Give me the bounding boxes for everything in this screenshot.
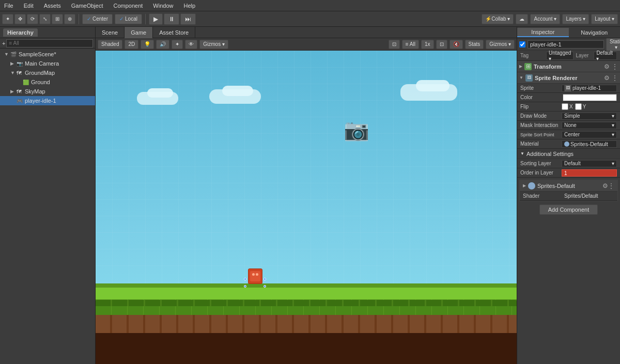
- material-subsection-header[interactable]: ▶ Sprites-Default ⚙ ⋮: [520, 180, 617, 192]
- cloud-1b: [147, 88, 173, 98]
- leaf-arrow: ▶: [17, 80, 23, 85]
- rect-tool[interactable]: ⊞: [52, 14, 63, 24]
- resolution-dropdown[interactable]: ≡ All: [402, 40, 419, 49]
- hierarchy-item-ground[interactable]: ▶ 🟩 Ground: [0, 77, 95, 87]
- play-button[interactable]: ▶: [149, 13, 163, 25]
- hierarchy-search[interactable]: [6, 39, 93, 48]
- menu-file[interactable]: File: [2, 2, 16, 10]
- menu-edit[interactable]: Edit: [22, 2, 36, 10]
- shading-dropdown[interactable]: Shaded: [98, 40, 122, 49]
- multi-tool[interactable]: ⊕: [64, 14, 75, 24]
- layout-button[interactable]: Layout ▾: [591, 14, 618, 24]
- object-active-checkbox[interactable]: [519, 41, 525, 48]
- flip-y-checkbox[interactable]: [575, 103, 582, 110]
- menu-help[interactable]: Help: [181, 2, 197, 10]
- material-sub-more[interactable]: ⋮: [608, 182, 614, 189]
- collapse-arrow: ▶: [10, 61, 17, 66]
- audio-button[interactable]: 🔊: [156, 40, 169, 49]
- tab-scene[interactable]: Scene: [96, 27, 125, 38]
- order-input[interactable]: 1: [562, 169, 617, 177]
- cloud-3b: [416, 80, 450, 91]
- scale-button[interactable]: 1x: [421, 40, 434, 49]
- inspector-tab-navigation[interactable]: Navigation: [569, 28, 621, 37]
- gizmos-dropdown[interactable]: Gizmos ▾: [199, 40, 228, 49]
- cloud-button[interactable]: ☁: [516, 14, 528, 24]
- hierarchy-item-player[interactable]: ▶ 🎮 player-idle-1: [0, 96, 95, 105]
- lighting-button[interactable]: 💡: [141, 40, 154, 49]
- menu-component[interactable]: Component: [111, 2, 145, 10]
- sorting-layer-dropdown[interactable]: Default ▾: [562, 160, 617, 167]
- account-button[interactable]: Account ▾: [530, 14, 560, 24]
- select-dot-4: [264, 285, 266, 288]
- sprite-renderer-gear[interactable]: ⚙: [604, 74, 610, 82]
- sprite-renderer-icon: 🖼: [525, 74, 533, 82]
- static-dropdown[interactable]: Static ▾: [606, 38, 620, 51]
- sprite-renderer-more[interactable]: ⋮: [612, 74, 618, 82]
- layers-button[interactable]: Layers ▾: [562, 14, 589, 24]
- sprite-field-value[interactable]: 🖼 player-idle-1: [562, 85, 617, 92]
- scale-tool[interactable]: ⤡: [39, 14, 51, 24]
- shader-label: Shader: [523, 193, 564, 199]
- playmode-group: ▶ ⏸ ⏭: [149, 13, 196, 25]
- transform-more[interactable]: ⋮: [612, 63, 618, 70]
- tag-dropdown[interactable]: Untagged ▾: [546, 52, 574, 60]
- material-field-value[interactable]: Sprites-Default: [562, 140, 617, 148]
- rotate-tool[interactable]: ⟳: [27, 14, 38, 24]
- transform-header[interactable]: ▶ ⊞ Transform ⚙ ⋮: [517, 61, 620, 72]
- ground-tiles-row: [96, 300, 517, 306]
- sprite-renderer-header[interactable]: ▼ 🖼 Sprite Renderer ⚙ ⋮: [517, 72, 620, 84]
- maximize-button[interactable]: ⊡: [436, 40, 447, 49]
- draw-mode-row: Draw Mode Simple ▾: [517, 112, 620, 121]
- gizmos-btn2[interactable]: Gizmos ▾: [486, 40, 515, 49]
- sorting-layer-chevron: ▾: [612, 161, 614, 166]
- menu-window[interactable]: Window: [151, 2, 175, 10]
- collab-button[interactable]: ⚡ Collab ▾: [482, 14, 514, 24]
- add-component-button[interactable]: Add Component: [539, 204, 598, 215]
- hand-tool[interactable]: ✦: [2, 14, 13, 24]
- menu-bar: File Edit Assets GameObject Component Wi…: [0, 0, 620, 11]
- groundmap-label: GroundMap: [25, 70, 55, 76]
- color-preview[interactable]: [563, 94, 617, 101]
- material-sub-arrow: ▶: [523, 183, 526, 188]
- sorting-layer-label: Sorting Layer: [520, 161, 562, 166]
- draw-mode-label: Draw Mode: [520, 113, 562, 119]
- draw-mode-chevron: ▾: [612, 113, 614, 119]
- hierarchy-item-skymap[interactable]: ▶ 🗺 SkyMap: [0, 87, 95, 96]
- mute-button[interactable]: 🔇: [450, 40, 463, 49]
- create-button[interactable]: +: [2, 40, 5, 46]
- mask-dropdown[interactable]: None ▾: [562, 122, 617, 129]
- tab-asset-store[interactable]: Asset Store: [153, 27, 195, 38]
- stats-button[interactable]: Stats: [465, 40, 484, 49]
- sorting-layer-row: Sorting Layer Default ▾: [517, 159, 620, 168]
- hierarchy-item-groundmap[interactable]: ▼ 🗺 GroundMap: [0, 68, 95, 77]
- pivot-dropdown[interactable]: ✓Center: [82, 14, 113, 24]
- hierarchy-item-maincamera[interactable]: ▶ 📷 Main Camera: [0, 59, 95, 68]
- menu-assets[interactable]: Assets: [42, 2, 63, 10]
- sprite-field-row: Sprite 🖼 player-idle-1: [517, 84, 620, 93]
- scene-camera-button[interactable]: 👁: [185, 40, 197, 49]
- pause-button[interactable]: ⏸: [164, 13, 179, 25]
- additional-settings-header[interactable]: ▼ Additional Settings: [517, 149, 620, 159]
- select-dot-1: [244, 278, 246, 280]
- object-name-input[interactable]: [528, 40, 604, 49]
- draw-mode-dropdown[interactable]: Simple ▾: [562, 113, 617, 120]
- sort-point-dropdown[interactable]: Center ▾: [562, 131, 617, 138]
- aspect-button[interactable]: ⊡: [389, 40, 400, 49]
- material-sub-gear[interactable]: ⚙: [602, 182, 608, 189]
- player-sprite: [248, 268, 262, 284]
- menu-gameobject[interactable]: GameObject: [69, 2, 105, 10]
- scene-view[interactable]: 📷: [96, 51, 517, 364]
- hierarchy-item-samplescene[interactable]: ▼ 🎬 SampleScene*: [0, 50, 95, 59]
- hierarchy-tab[interactable]: Hierarchy: [3, 28, 38, 37]
- fx-button[interactable]: ✦: [172, 40, 183, 49]
- transform-gear[interactable]: ⚙: [604, 63, 610, 70]
- inspector-tab-inspector[interactable]: Inspector: [517, 28, 569, 37]
- space-dropdown[interactable]: ✓Local: [115, 14, 142, 24]
- tab-game[interactable]: Game: [125, 27, 153, 38]
- map-icon: 🗺: [17, 70, 24, 76]
- step-button[interactable]: ⏭: [180, 13, 196, 25]
- move-tool[interactable]: ✥: [14, 14, 26, 24]
- 2d-button[interactable]: 2D: [125, 40, 138, 49]
- layer-dropdown[interactable]: Default ▾: [594, 52, 617, 60]
- flip-x-checkbox[interactable]: [562, 103, 568, 110]
